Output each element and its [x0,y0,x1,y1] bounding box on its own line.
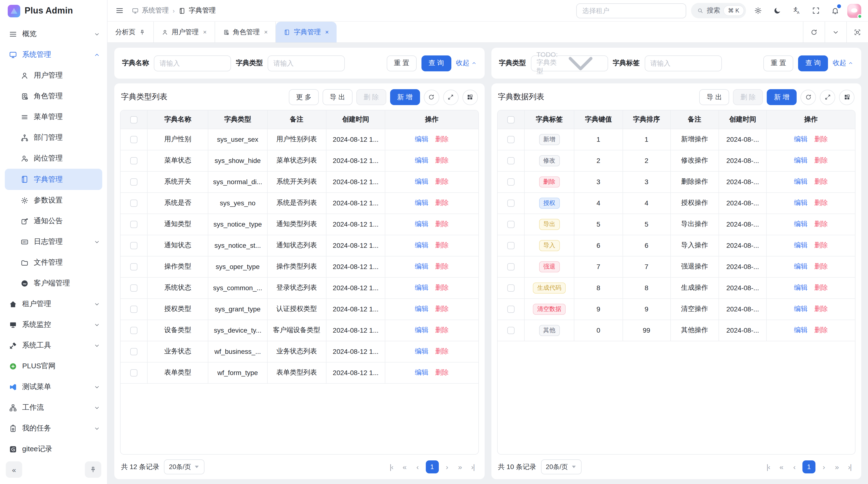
dict-type-select[interactable]: TODO: 字典类型 [531,55,608,71]
delete-button[interactable]: 删 除 [356,89,386,105]
row-checkbox[interactable] [507,263,514,271]
sidebar-item-租户管理[interactable]: 租户管理 [0,294,107,314]
refresh-tab-icon[interactable] [803,22,825,42]
expand-icon[interactable] [820,90,835,105]
settings-gear-icon[interactable] [751,3,765,18]
row-checkbox[interactable] [130,263,137,271]
delete-link[interactable]: 删除 [435,156,449,164]
sidebar-item-文件管理[interactable]: 文件管理 [0,252,107,273]
delete-link[interactable]: 删除 [814,178,828,185]
refresh-icon[interactable] [424,90,439,105]
more-button[interactable]: 更 多 [289,89,319,105]
select-all-checkbox[interactable] [507,116,514,123]
sidebar-item-日志管理[interactable]: DEV日志管理 [0,231,107,252]
delete-link[interactable]: 删除 [435,241,449,249]
sidebar-item-系统管理[interactable]: 系统管理 [0,44,107,65]
sidebar-item-岗位管理[interactable]: 岗位管理 [0,148,107,169]
delete-link[interactable]: 删除 [435,199,449,206]
delete-link[interactable]: 删除 [435,262,449,270]
sidebar-pin-button[interactable] [85,461,101,478]
tab-menu-chevron-icon[interactable] [825,22,846,42]
next-5-pages-button[interactable]: » [455,463,465,471]
row-checkbox[interactable] [130,242,137,250]
sidebar-item-系统工具[interactable]: 系统工具 [0,335,107,356]
edit-link[interactable]: 编辑 [415,347,429,355]
tab-角色管理[interactable]: 角色管理× [215,22,276,42]
collapse-link[interactable]: 收起 [456,59,477,67]
dark-mode-moon-icon[interactable] [770,3,784,18]
edit-link[interactable]: 编辑 [794,199,807,206]
delete-button[interactable]: 删 除 [733,89,763,105]
reset-button[interactable]: 重 置 [386,55,416,71]
search-button[interactable]: 查 询 [421,55,451,71]
edit-link[interactable]: 编辑 [794,326,807,333]
last-page-button[interactable]: ›| [468,463,478,471]
prev-5-pages-button[interactable]: « [776,463,786,471]
sidebar-collapse-button[interactable]: « [6,461,22,478]
tab-用户管理[interactable]: 用户管理× [154,22,215,42]
delete-link[interactable]: 删除 [814,262,828,270]
sidebar-item-参数设置[interactable]: 参数设置 [0,190,107,211]
sidebar-item-角色管理[interactable]: 角色管理 [0,86,107,106]
edit-link[interactable]: 编辑 [415,156,429,164]
delete-link[interactable]: 删除 [435,305,449,312]
delete-link[interactable]: 删除 [814,220,828,228]
hamburger-icon[interactable] [112,3,127,18]
row-checkbox[interactable] [130,200,137,207]
row-checkbox[interactable] [507,200,514,207]
edit-link[interactable]: 编辑 [794,178,807,185]
row-checkbox[interactable] [130,179,137,186]
row-checkbox[interactable] [130,369,137,377]
collapse-link[interactable]: 收起 [833,59,854,67]
edit-link[interactable]: 编辑 [415,135,429,143]
edit-link[interactable]: 编辑 [415,368,429,376]
next-5-pages-button[interactable]: » [832,463,841,471]
breadcrumb-item[interactable]: 系统管理 [132,6,169,15]
prev-page-button[interactable]: ‹ [412,463,422,471]
prev-page-button[interactable]: ‹ [789,463,799,471]
user-avatar[interactable] [847,4,861,18]
row-checkbox[interactable] [507,221,514,228]
export-button[interactable]: 导 出 [322,89,352,105]
close-icon[interactable]: × [325,28,329,36]
tab-分析页[interactable]: 分析页 [107,22,154,42]
select-all-checkbox[interactable] [130,116,137,123]
row-checkbox[interactable] [507,242,514,250]
edit-link[interactable]: 编辑 [794,135,807,143]
delete-link[interactable]: 删除 [435,347,449,355]
row-checkbox[interactable] [130,157,137,165]
sidebar-item-系统监控[interactable]: 系统监控 [0,314,107,335]
close-icon[interactable]: × [203,28,207,36]
breadcrumb-item[interactable]: 字典管理 [179,6,216,15]
row-checkbox[interactable] [130,285,137,292]
page-size-select[interactable]: 20条/页 [164,459,205,474]
edit-link[interactable]: 编辑 [794,262,807,270]
delete-link[interactable]: 删除 [814,156,828,164]
delete-link[interactable]: 删除 [814,305,828,312]
next-page-button[interactable]: › [819,463,829,471]
delete-link[interactable]: 删除 [814,135,828,143]
row-checkbox[interactable] [507,285,514,292]
dict-type-input[interactable] [268,55,345,71]
row-checkbox[interactable] [507,327,514,334]
edit-link[interactable]: 编辑 [415,199,429,206]
notifications-bell-icon[interactable] [828,3,842,18]
tab-字典管理[interactable]: 字典管理× [276,22,336,42]
edit-link[interactable]: 编辑 [794,241,807,249]
page-size-select[interactable]: 20条/页 [541,459,582,474]
first-page-button[interactable]: |‹ [763,463,773,471]
first-page-button[interactable]: |‹ [386,463,396,471]
row-checkbox[interactable] [130,221,137,228]
global-search-button[interactable]: 搜索 ⌘ K [691,3,746,18]
edit-link[interactable]: 编辑 [794,220,807,228]
row-checkbox[interactable] [130,348,137,356]
row-checkbox[interactable] [507,306,514,313]
delete-link[interactable]: 删除 [814,199,828,206]
delete-link[interactable]: 删除 [435,326,449,333]
column-settings-icon[interactable] [839,90,855,105]
sidebar-item-部门管理[interactable]: 部门管理 [0,127,107,148]
edit-link[interactable]: 编辑 [415,284,429,291]
sidebar-item-通知公告[interactable]: 通知公告 [0,211,107,231]
row-checkbox[interactable] [130,327,137,334]
column-settings-icon[interactable] [462,90,478,105]
